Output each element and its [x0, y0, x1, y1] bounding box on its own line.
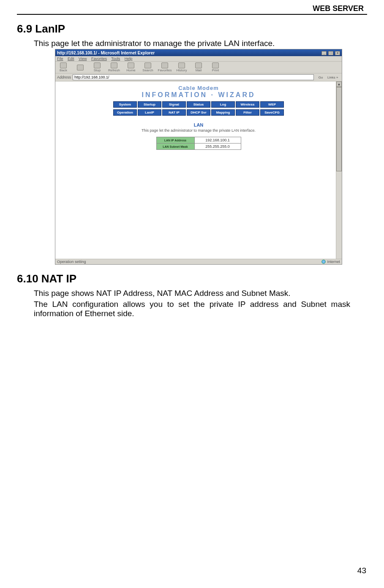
menu-view[interactable]: View	[79, 57, 87, 61]
tab-row-2: Operation LanIP NAT IP DHCP Svr Mapping …	[55, 109, 342, 116]
ie-window-title: http://192.168.100.1/ - Microsoft Intern…	[57, 51, 155, 55]
tab-dhcpsvr[interactable]: DHCP Svr	[187, 109, 210, 116]
refresh-icon	[111, 62, 117, 68]
toolbar-forward-button[interactable]	[74, 65, 87, 70]
header-rule	[17, 14, 367, 15]
search-icon	[144, 62, 151, 68]
stop-icon	[94, 62, 101, 68]
page-content: ▲ Cable Modem INFORMATION · WIZARD Syste…	[55, 81, 342, 259]
go-button[interactable]: Go	[316, 76, 326, 79]
menu-edit[interactable]: Edit	[68, 57, 74, 61]
toolbar-history-button[interactable]: History	[175, 62, 188, 72]
scroll-thumb[interactable]	[336, 87, 342, 171]
status-left: Operation setting	[57, 260, 86, 264]
home-icon	[128, 62, 134, 68]
lan-title: LAN	[55, 122, 342, 127]
table-row: LAN IP Address 192.168.100.1	[156, 137, 241, 144]
tab-mapping[interactable]: Mapping	[211, 109, 235, 116]
lan-desc: This page let the administrator to manag…	[55, 128, 342, 133]
tab-operation[interactable]: Operation	[113, 109, 137, 116]
toolbar-search-button[interactable]: Search	[142, 62, 154, 72]
print-icon	[212, 62, 219, 68]
forward-icon	[77, 65, 84, 70]
ie-window: http://192.168.100.1/ - Microsoft Intern…	[55, 49, 342, 265]
toolbar-stop-button[interactable]: Stop	[91, 62, 103, 72]
toolbar-back-button[interactable]: Back	[57, 62, 70, 72]
page-number: 43	[357, 566, 366, 575]
tab-row-1: System Startup Signal Status Log Wireles…	[55, 101, 342, 108]
toolbar-favorites-button[interactable]: Favorites	[158, 62, 171, 72]
ie-menubar: File Edit View Favorites Tools Help	[55, 56, 342, 62]
ie-toolbar: Back Stop Refresh Home Search Favorites …	[55, 62, 342, 73]
brand-header: Cable Modem INFORMATION · WIZARD	[55, 81, 342, 100]
menu-tools[interactable]: Tools	[111, 57, 120, 61]
lan-ip-address-label: LAN IP Address	[156, 137, 194, 144]
tab-startup[interactable]: Startup	[138, 101, 161, 108]
scroll-up-icon[interactable]: ▲	[336, 81, 342, 87]
menu-file[interactable]: File	[57, 57, 63, 61]
section-heading-6-9: 6.9 LanIP	[17, 22, 367, 35]
tab-status[interactable]: Status	[187, 101, 210, 108]
tab-lanip[interactable]: LanIP	[138, 109, 161, 116]
status-right: Internet	[327, 260, 340, 264]
maximize-icon[interactable]: □	[328, 51, 333, 55]
brand-sub: INFORMATION · WIZARD	[55, 91, 342, 99]
lan-ip-address-value: 192.168.100.1	[194, 137, 241, 144]
tab-wep[interactable]: WEP	[260, 101, 284, 108]
toolbar-print-button[interactable]: Print	[209, 62, 222, 72]
brand-top: Cable Modem	[55, 85, 342, 91]
menu-favorites[interactable]: Favorites	[91, 57, 107, 61]
lan-subnet-mask-value: 255.255.255.0	[194, 144, 241, 150]
back-icon	[60, 62, 67, 68]
scrollbar[interactable]: ▲	[336, 81, 342, 259]
close-icon[interactable]: ×	[335, 51, 340, 55]
tab-log[interactable]: Log	[211, 101, 235, 108]
toolbar-home-button[interactable]: Home	[125, 62, 137, 72]
page-header: WEB SERVER	[17, 4, 367, 14]
section-6-10-p1: This page shows NAT IP Address, NAT MAC …	[34, 289, 367, 298]
history-icon	[178, 62, 185, 68]
mail-icon	[195, 62, 202, 68]
section-6-10-p2: The LAN configuration allows you to set …	[34, 300, 350, 318]
lan-table: LAN IP Address 192.168.100.1 LAN Subnet …	[156, 137, 241, 150]
links-label[interactable]: Links »	[327, 76, 340, 79]
toolbar-mail-button[interactable]: Mail	[192, 62, 205, 72]
tab-wireless[interactable]: Wireless	[236, 101, 259, 108]
section-heading-6-10: 6.10 NAT IP	[17, 272, 367, 285]
ie-address-bar: Address Go Links »	[55, 73, 342, 81]
ie-statusbar: Operation setting Internet	[55, 259, 342, 264]
tab-signal[interactable]: Signal	[162, 101, 186, 108]
toolbar-refresh-button[interactable]: Refresh	[108, 62, 120, 72]
tab-natip[interactable]: NAT IP	[162, 109, 186, 116]
lan-subnet-mask-label: LAN Subnet Mask	[156, 144, 194, 150]
minimize-icon[interactable]: _	[321, 51, 327, 55]
section-6-9-intro: This page let the administrator to manag…	[34, 39, 367, 48]
table-row: LAN Subnet Mask 255.255.255.0	[156, 144, 241, 150]
ie-titlebar: http://192.168.100.1/ - Microsoft Intern…	[55, 49, 342, 56]
window-controls: _ □ ×	[321, 50, 340, 55]
lan-block: LAN This page let the administrator to m…	[55, 122, 342, 150]
address-label: Address	[57, 75, 71, 79]
tab-system[interactable]: System	[113, 101, 137, 108]
tab-filter[interactable]: Filter	[236, 109, 259, 116]
address-input[interactable]	[73, 74, 314, 80]
favorites-icon	[161, 62, 168, 68]
menu-help[interactable]: Help	[125, 57, 133, 61]
internet-zone-icon	[321, 260, 326, 264]
tab-savecfg[interactable]: SaveCFG	[260, 109, 284, 116]
